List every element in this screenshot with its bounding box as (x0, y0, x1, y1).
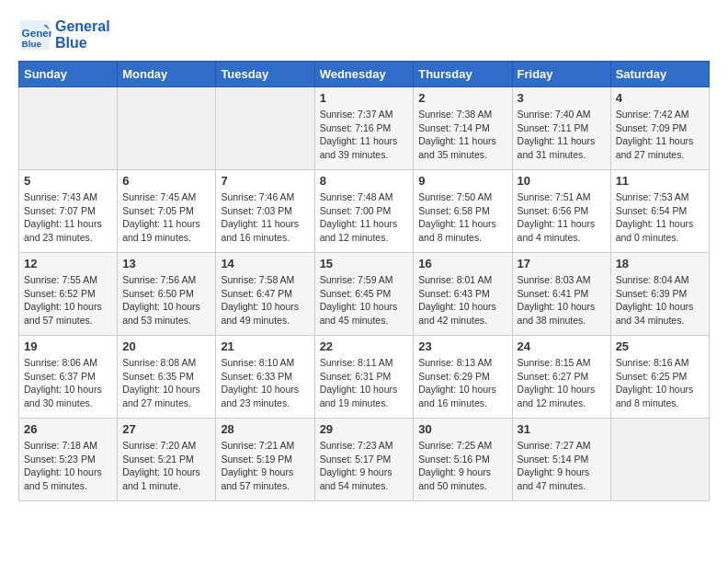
day-number: 21 (221, 339, 309, 353)
day-info: Sunrise: 7:27 AM Sunset: 5:14 PM Dayligh… (518, 439, 606, 493)
day-number: 18 (616, 257, 704, 270)
day-number: 16 (418, 257, 506, 270)
calendar-cell: 5Sunrise: 7:43 AM Sunset: 7:07 PM Daylig… (19, 170, 118, 253)
calendar-cell: 25Sunrise: 8:16 AM Sunset: 6:25 PM Dayli… (610, 336, 709, 419)
day-info: Sunrise: 7:46 AM Sunset: 7:03 PM Dayligh… (221, 190, 309, 245)
day-number: 10 (518, 174, 606, 188)
calendar-cell: 10Sunrise: 7:51 AM Sunset: 6:56 PM Dayli… (512, 170, 610, 253)
calendar-cell: 26Sunrise: 7:18 AM Sunset: 5:23 PM Dayli… (19, 419, 118, 501)
day-number: 31 (518, 422, 606, 436)
day-number: 25 (616, 339, 704, 353)
day-number: 30 (418, 422, 506, 436)
day-info: Sunrise: 7:25 AM Sunset: 5:16 PM Dayligh… (418, 439, 506, 493)
col-header-tuesday: Tuesday (216, 62, 314, 87)
col-header-thursday: Thursday (414, 62, 512, 87)
calendar-header-row: SundayMondayTuesdayWednesdayThursdayFrid… (19, 62, 710, 87)
day-info: Sunrise: 8:01 AM Sunset: 6:43 PM Dayligh… (418, 273, 506, 327)
day-number: 14 (221, 257, 309, 270)
day-number: 9 (418, 174, 506, 188)
day-number: 22 (320, 339, 409, 353)
day-info: Sunrise: 8:13 AM Sunset: 6:29 PM Dayligh… (418, 356, 506, 410)
day-info: Sunrise: 7:48 AM Sunset: 7:00 PM Dayligh… (320, 190, 409, 245)
day-number: 26 (24, 422, 112, 436)
calendar-cell: 20Sunrise: 8:08 AM Sunset: 6:35 PM Dayli… (118, 336, 216, 419)
calendar-cell (118, 87, 216, 170)
calendar-cell: 30Sunrise: 7:25 AM Sunset: 5:16 PM Dayli… (414, 419, 512, 501)
calendar-cell (216, 87, 314, 170)
day-number: 8 (320, 174, 409, 188)
day-number: 29 (320, 422, 409, 436)
calendar-cell: 27Sunrise: 7:20 AM Sunset: 5:21 PM Dayli… (118, 419, 216, 501)
calendar-table: SundayMondayTuesdayWednesdayThursdayFrid… (18, 61, 710, 501)
day-number: 2 (418, 91, 506, 105)
logo-text-line1: General (55, 18, 110, 35)
calendar-cell: 16Sunrise: 8:01 AM Sunset: 6:43 PM Dayli… (414, 253, 512, 336)
day-info: Sunrise: 8:04 AM Sunset: 6:39 PM Dayligh… (616, 273, 704, 327)
col-header-monday: Monday (118, 62, 216, 87)
day-info: Sunrise: 7:45 AM Sunset: 7:05 PM Dayligh… (122, 190, 210, 245)
calendar-cell: 6Sunrise: 7:45 AM Sunset: 7:05 PM Daylig… (118, 170, 216, 253)
day-info: Sunrise: 7:50 AM Sunset: 6:58 PM Dayligh… (418, 190, 506, 245)
day-info: Sunrise: 7:56 AM Sunset: 6:50 PM Dayligh… (122, 273, 210, 327)
svg-text:General: General (22, 27, 51, 39)
day-number: 12 (24, 257, 112, 270)
day-info: Sunrise: 8:16 AM Sunset: 6:25 PM Dayligh… (616, 356, 704, 410)
calendar-cell: 8Sunrise: 7:48 AM Sunset: 7:00 PM Daylig… (314, 170, 414, 253)
calendar-cell: 31Sunrise: 7:27 AM Sunset: 5:14 PM Dayli… (512, 419, 610, 501)
calendar-cell: 28Sunrise: 7:21 AM Sunset: 5:19 PM Dayli… (216, 419, 314, 501)
calendar-cell: 11Sunrise: 7:53 AM Sunset: 6:54 PM Dayli… (610, 170, 709, 253)
calendar-cell: 21Sunrise: 8:10 AM Sunset: 6:33 PM Dayli… (216, 336, 314, 419)
logo: General Blue General Blue (18, 18, 110, 52)
day-info: Sunrise: 7:18 AM Sunset: 5:23 PM Dayligh… (24, 439, 112, 493)
day-info: Sunrise: 8:15 AM Sunset: 6:27 PM Dayligh… (518, 356, 606, 410)
calendar-week-row: 1Sunrise: 7:37 AM Sunset: 7:16 PM Daylig… (19, 87, 710, 170)
day-number: 17 (518, 257, 606, 270)
day-number: 11 (616, 174, 704, 188)
calendar-week-row: 19Sunrise: 8:06 AM Sunset: 6:37 PM Dayli… (19, 336, 710, 419)
day-info: Sunrise: 7:55 AM Sunset: 6:52 PM Dayligh… (24, 273, 112, 327)
calendar-cell: 7Sunrise: 7:46 AM Sunset: 7:03 PM Daylig… (216, 170, 314, 253)
day-info: Sunrise: 7:42 AM Sunset: 7:09 PM Dayligh… (616, 108, 704, 162)
day-number: 28 (221, 422, 309, 436)
day-info: Sunrise: 7:23 AM Sunset: 5:17 PM Dayligh… (320, 439, 409, 493)
day-info: Sunrise: 8:03 AM Sunset: 6:41 PM Dayligh… (518, 273, 606, 327)
day-number: 4 (616, 91, 704, 105)
day-number: 3 (518, 91, 606, 105)
day-info: Sunrise: 7:37 AM Sunset: 7:16 PM Dayligh… (320, 108, 409, 162)
calendar-cell: 4Sunrise: 7:42 AM Sunset: 7:09 PM Daylig… (610, 87, 709, 170)
calendar-cell: 3Sunrise: 7:40 AM Sunset: 7:11 PM Daylig… (512, 87, 610, 170)
calendar-cell: 23Sunrise: 8:13 AM Sunset: 6:29 PM Dayli… (414, 336, 512, 419)
day-info: Sunrise: 8:11 AM Sunset: 6:31 PM Dayligh… (320, 356, 409, 410)
svg-text:Blue: Blue (22, 39, 42, 49)
calendar-cell: 9Sunrise: 7:50 AM Sunset: 6:58 PM Daylig… (414, 170, 512, 253)
calendar-cell: 22Sunrise: 8:11 AM Sunset: 6:31 PM Dayli… (314, 336, 414, 419)
day-info: Sunrise: 7:20 AM Sunset: 5:21 PM Dayligh… (122, 439, 210, 493)
day-info: Sunrise: 7:38 AM Sunset: 7:14 PM Dayligh… (418, 108, 506, 162)
calendar-cell: 14Sunrise: 7:58 AM Sunset: 6:47 PM Dayli… (216, 253, 314, 336)
day-info: Sunrise: 7:58 AM Sunset: 6:47 PM Dayligh… (221, 273, 309, 327)
calendar-cell: 29Sunrise: 7:23 AM Sunset: 5:17 PM Dayli… (314, 419, 414, 501)
calendar-cell: 13Sunrise: 7:56 AM Sunset: 6:50 PM Dayli… (118, 253, 216, 336)
calendar-cell: 2Sunrise: 7:38 AM Sunset: 7:14 PM Daylig… (414, 87, 512, 170)
day-number: 23 (418, 339, 506, 353)
col-header-friday: Friday (512, 62, 610, 87)
day-info: Sunrise: 7:51 AM Sunset: 6:56 PM Dayligh… (518, 190, 606, 245)
day-info: Sunrise: 7:53 AM Sunset: 6:54 PM Dayligh… (616, 190, 704, 245)
calendar-cell (610, 419, 709, 501)
day-info: Sunrise: 7:21 AM Sunset: 5:19 PM Dayligh… (221, 439, 309, 493)
calendar-cell: 15Sunrise: 7:59 AM Sunset: 6:45 PM Dayli… (314, 253, 414, 336)
calendar-week-row: 26Sunrise: 7:18 AM Sunset: 5:23 PM Dayli… (19, 419, 710, 501)
day-number: 24 (518, 339, 606, 353)
day-info: Sunrise: 7:59 AM Sunset: 6:45 PM Dayligh… (320, 273, 409, 327)
col-header-wednesday: Wednesday (314, 62, 414, 87)
day-number: 19 (24, 339, 112, 353)
day-info: Sunrise: 7:40 AM Sunset: 7:11 PM Dayligh… (518, 108, 606, 162)
calendar-cell: 17Sunrise: 8:03 AM Sunset: 6:41 PM Dayli… (512, 253, 610, 336)
calendar-week-row: 5Sunrise: 7:43 AM Sunset: 7:07 PM Daylig… (19, 170, 710, 253)
col-header-sunday: Sunday (19, 62, 118, 87)
calendar-cell: 18Sunrise: 8:04 AM Sunset: 6:39 PM Dayli… (610, 253, 709, 336)
logo-icon: General Blue (18, 18, 51, 52)
day-info: Sunrise: 7:43 AM Sunset: 7:07 PM Dayligh… (24, 190, 112, 245)
col-header-saturday: Saturday (610, 62, 709, 87)
day-info: Sunrise: 8:08 AM Sunset: 6:35 PM Dayligh… (122, 356, 210, 410)
